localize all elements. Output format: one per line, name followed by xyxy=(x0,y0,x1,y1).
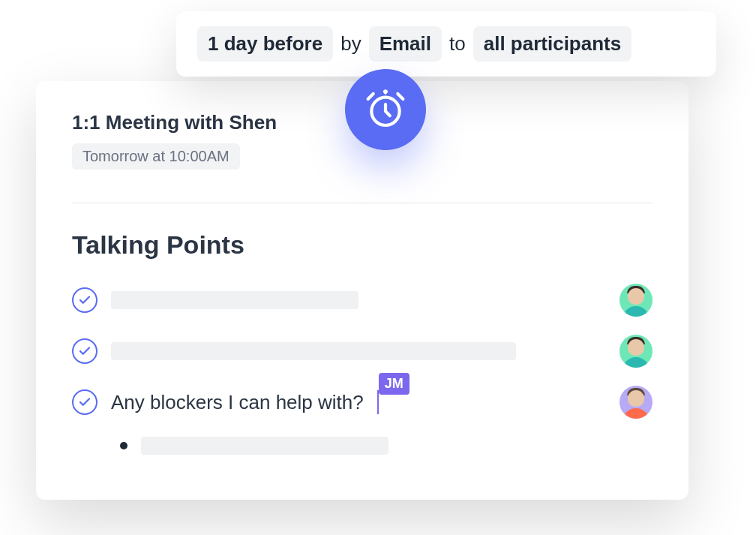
talking-point-row xyxy=(72,335,652,368)
avatar[interactable] xyxy=(620,284,652,317)
cursor-initials: JM xyxy=(379,373,410,395)
talking-point-row: Any blockers I can help with? JM xyxy=(72,386,652,419)
talking-point-placeholder[interactable] xyxy=(111,342,516,360)
reminder-bar: 1 day before by Email to all participant… xyxy=(176,11,716,77)
checkbox[interactable] xyxy=(72,389,98,415)
talking-point-row xyxy=(72,284,652,317)
collaboration-cursor: JM xyxy=(377,390,379,414)
checkbox[interactable] xyxy=(72,287,98,313)
meeting-card: 1:1 Meeting with Shen Tomorrow at 10:00A… xyxy=(36,81,688,500)
reminder-connector-by: by xyxy=(340,32,361,56)
divider xyxy=(72,203,652,203)
talking-point-text[interactable]: Any blockers I can help with? xyxy=(111,391,364,414)
sub-point-placeholder[interactable] xyxy=(141,437,388,455)
bullet-icon xyxy=(120,442,128,449)
meeting-time-badge: Tomorrow at 10:00AM xyxy=(72,143,240,170)
reminder-recipients-pill[interactable]: all participants xyxy=(473,26,632,62)
avatar[interactable] xyxy=(620,386,652,419)
reminder-connector-to: to xyxy=(449,32,466,56)
avatar[interactable] xyxy=(620,335,652,368)
alarm-clock-icon xyxy=(345,69,426,150)
checkbox[interactable] xyxy=(72,338,98,364)
talking-point-placeholder[interactable] xyxy=(111,291,358,309)
reminder-method-pill[interactable]: Email xyxy=(369,26,442,62)
reminder-timing-pill[interactable]: 1 day before xyxy=(197,26,333,62)
sub-point-row xyxy=(120,437,652,455)
section-title: Talking Points xyxy=(72,230,652,260)
